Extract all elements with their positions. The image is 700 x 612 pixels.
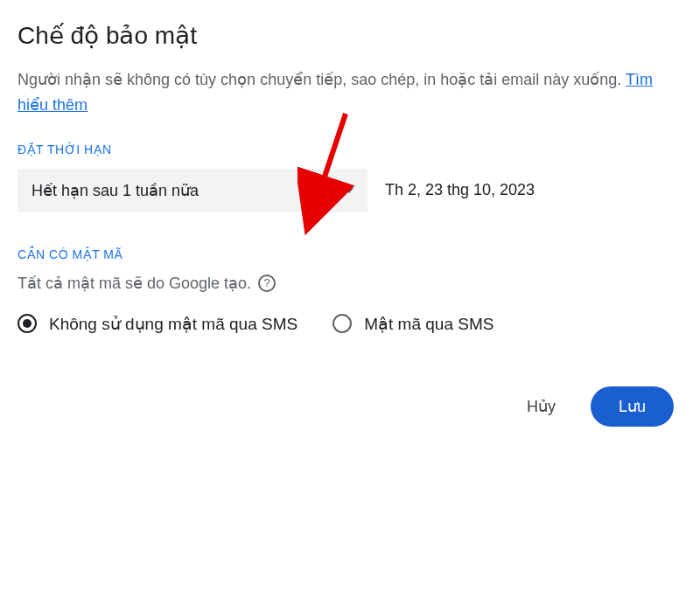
dialog-title: Chế độ bảo mật bbox=[18, 21, 682, 50]
help-icon[interactable]: ? bbox=[258, 275, 276, 292]
expiry-date: Th 2, 23 thg 10, 2023 bbox=[385, 181, 535, 199]
radio-sms[interactable]: Mật mã qua SMS bbox=[332, 314, 494, 334]
radio-icon bbox=[332, 314, 352, 333]
radio-no-sms[interactable]: Không sử dụng mật mã qua SMS bbox=[18, 314, 298, 334]
radio-dot-icon bbox=[23, 319, 32, 328]
expiry-section-label: ĐẶT THỜI HẠN bbox=[18, 143, 682, 156]
radio-no-sms-label: Không sử dụng mật mã qua SMS bbox=[49, 314, 298, 334]
button-row: Hủy Lưu bbox=[18, 386, 682, 427]
cancel-button[interactable]: Hủy bbox=[509, 388, 573, 425]
expiry-row: Hết hạn sau 1 tuần nữa Th 2, 23 thg 10, … bbox=[18, 169, 682, 212]
passcode-section-label: CẦN CÓ MẬT MÃ bbox=[18, 247, 682, 261]
save-button[interactable]: Lưu bbox=[591, 386, 674, 427]
passcode-description-row: Tất cả mật mã sẽ do Google tạo. ? bbox=[18, 274, 682, 293]
dialog-description: Người nhận sẽ không có tùy chọn chuyển t… bbox=[18, 67, 682, 118]
radio-sms-label: Mật mã qua SMS bbox=[364, 314, 494, 334]
expiry-dropdown[interactable]: Hết hạn sau 1 tuần nữa bbox=[18, 169, 368, 212]
radio-icon bbox=[18, 314, 37, 333]
passcode-radio-group: Không sử dụng mật mã qua SMS Mật mã qua … bbox=[18, 314, 682, 334]
dropdown-value: Hết hạn sau 1 tuần nữa bbox=[32, 181, 199, 200]
passcode-description: Tất cả mật mã sẽ do Google tạo. bbox=[18, 274, 251, 293]
description-text: Người nhận sẽ không có tùy chọn chuyển t… bbox=[18, 71, 626, 88]
chevron-down-icon bbox=[345, 188, 354, 193]
